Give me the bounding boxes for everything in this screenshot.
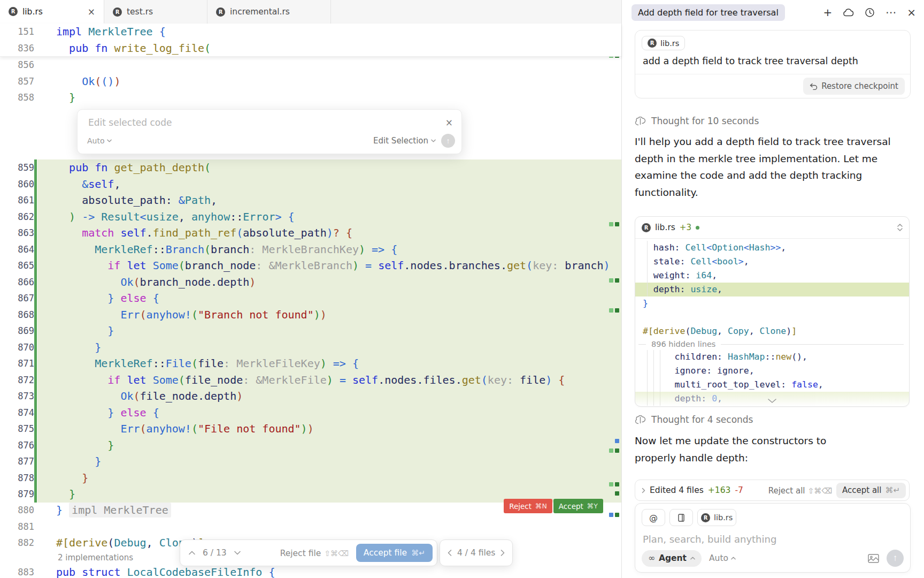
- code-line[interactable]: 869 }: [0, 323, 621, 339]
- mention-button[interactable]: @: [642, 509, 665, 526]
- next-hunk-icon[interactable]: [234, 551, 241, 555]
- context-file-chip[interactable]: R lib.rs: [697, 509, 736, 526]
- reject-file-button[interactable]: Reject file⇧⌘⌫: [280, 548, 349, 558]
- submit-edit-button[interactable]: ↑: [441, 134, 455, 148]
- line-number: 860: [0, 176, 34, 193]
- diff-line: }: [635, 296, 909, 310]
- line-number: 863: [0, 225, 34, 241]
- rust-file-icon: R: [701, 513, 710, 522]
- new-thread-icon[interactable]: +: [823, 6, 832, 19]
- edit-selection-button[interactable]: Edit Selection: [373, 136, 436, 146]
- tab-incremental-rs[interactable]: R incremental.rs: [207, 0, 331, 24]
- attach-file-button[interactable]: [669, 509, 693, 526]
- close-dialog-icon[interactable]: ×: [445, 117, 453, 128]
- cloud-icon[interactable]: [843, 9, 854, 17]
- line-number: 859: [0, 159, 34, 176]
- line-number: 875: [0, 421, 34, 437]
- line-number: 862: [0, 209, 34, 225]
- rust-file-icon: R: [9, 7, 18, 16]
- model-selector[interactable]: Auto: [87, 136, 112, 145]
- edit-selected-code-dialog: × Auto Edit Selection ↑: [77, 109, 462, 154]
- code-line[interactable]: 872 if let Some(file_node: &MerkleFile) …: [0, 372, 621, 389]
- mode-selector[interactable]: ∞ Agent: [642, 550, 702, 567]
- edited-files-label: Edited 4 files: [650, 485, 704, 495]
- diff-line: stale: Cell<bool>,: [635, 255, 909, 269]
- code-line[interactable]: 868 Err(anyhow!("Branch not found")): [0, 307, 621, 323]
- previous-file-icon[interactable]: [448, 550, 452, 556]
- line-number: 876: [0, 437, 34, 454]
- code-line[interactable]: 863 match self.find_path_ref(absolute_pa…: [0, 225, 621, 241]
- code-line[interactable]: 865 if let Some(branch_node: &MerkleBran…: [0, 257, 621, 274]
- user-message-text: add a depth field to track tree traversa…: [635, 50, 910, 66]
- code-line[interactable]: 864 MerkleRef::Branch(branch: MerkleBran…: [0, 241, 621, 258]
- line-number: 865: [0, 257, 34, 274]
- thinking-summary[interactable]: Thought for 10 seconds: [635, 116, 910, 126]
- message-composer[interactable]: @ R lib.rs Plan, search, build anything …: [635, 503, 911, 573]
- tab-bar: R lib.rs × R test.rs R incremental.rs: [0, 0, 621, 24]
- next-file-icon[interactable]: [500, 550, 505, 556]
- code-line[interactable]: 870 }: [0, 339, 621, 356]
- code-line[interactable]: 871 MerkleRef::File(file: MerkleFileKey)…: [0, 355, 621, 372]
- context-file-chip[interactable]: R lib.rs: [642, 36, 685, 50]
- document-icon: [678, 514, 684, 522]
- more-options-icon[interactable]: ⋯: [886, 6, 896, 19]
- code-line[interactable]: 836 pub fn write_log_file(: [0, 40, 621, 57]
- line-number: 882: [0, 535, 34, 551]
- code-line[interactable]: 867 } else {: [0, 290, 621, 307]
- restore-row: Restore checkpoint: [635, 74, 910, 98]
- accept-file-button[interactable]: Accept file ⌘↵: [356, 544, 433, 562]
- code-line[interactable]: 151impl MerkleTree {: [0, 24, 621, 40]
- code-line[interactable]: 859 pub fn get_path_depth(: [0, 159, 621, 176]
- hidden-lines-separator[interactable]: 896 hidden lines: [635, 338, 909, 350]
- scroll-down-icon[interactable]: [767, 398, 777, 404]
- history-icon[interactable]: [865, 7, 875, 18]
- code-line[interactable]: 858 }: [0, 89, 621, 106]
- diff-card-header[interactable]: R lib.rs +3: [635, 217, 909, 239]
- lines-added: +163: [708, 485, 731, 495]
- code-line[interactable]: 873 Ok(file_node.depth): [0, 388, 621, 405]
- image-attach-icon[interactable]: [868, 554, 879, 563]
- reject-all-button[interactable]: Reject all⇧⌘⌫: [768, 485, 832, 496]
- diff-mark: [615, 222, 619, 226]
- line-number: 868: [0, 307, 34, 323]
- code-line[interactable]: 857 Ok(()): [0, 73, 621, 90]
- line-number: 879: [0, 486, 34, 503]
- code-line[interactable]: 856: [0, 57, 621, 73]
- expand-icon[interactable]: [642, 488, 645, 493]
- accept-hunk-button[interactable]: Accept ⌘Y: [553, 499, 603, 513]
- code-line[interactable]: 881: [0, 519, 621, 535]
- previous-hunk-icon[interactable]: [189, 551, 195, 555]
- tab-lib-rs[interactable]: R lib.rs ×: [0, 0, 104, 24]
- code-line[interactable]: 875 Err(anyhow!("File not found")): [0, 421, 621, 437]
- accept-all-button[interactable]: Accept all ⌘↵: [836, 483, 906, 498]
- diff-mark: [615, 513, 619, 517]
- close-tab-icon[interactable]: ×: [88, 6, 95, 17]
- line-number: 871: [0, 355, 34, 372]
- diff-line: #[derive(Debug, Copy, Clone)]: [635, 324, 909, 338]
- edit-code-input[interactable]: [87, 117, 445, 128]
- code-line[interactable]: 860 &self,: [0, 176, 621, 193]
- thinking-summary[interactable]: Thought for 4 seconds: [635, 414, 910, 425]
- tab-test-rs[interactable]: R test.rs: [104, 0, 207, 24]
- composer-input[interactable]: Plan, search, build anything: [635, 526, 910, 545]
- line-number: 874: [0, 405, 34, 421]
- code-line[interactable]: 862 ) -> Result<usize, anyhow::Error> {: [0, 209, 621, 225]
- rust-file-icon: R: [642, 223, 651, 232]
- close-panel-icon[interactable]: ×: [907, 6, 916, 19]
- code-line[interactable]: 876 }: [0, 437, 621, 454]
- code-line[interactable]: 861 absolute_path: &Path,: [0, 192, 621, 209]
- diff-added-count: +3: [680, 223, 691, 232]
- code-line[interactable]: 866 Ok(branch_node.depth): [0, 274, 621, 291]
- model-selector[interactable]: Auto: [709, 553, 736, 563]
- thread-title[interactable]: Add depth field for tree traversal: [632, 4, 785, 21]
- code-line[interactable]: 878 }: [0, 470, 621, 486]
- reject-hunk-button[interactable]: Reject ⌘N: [504, 499, 552, 513]
- code-line[interactable]: 874 } else {: [0, 405, 621, 421]
- code-editor: R lib.rs × R test.rs R incremental.rs 15…: [0, 0, 621, 578]
- expand-collapse-icon[interactable]: [897, 224, 903, 231]
- diff-mark: [615, 278, 619, 283]
- diff-scrollbar-marks[interactable]: [607, 24, 621, 578]
- restore-checkpoint-button[interactable]: Restore checkpoint: [803, 78, 905, 95]
- send-button[interactable]: ↑: [887, 550, 904, 567]
- code-line[interactable]: 877 }: [0, 453, 621, 470]
